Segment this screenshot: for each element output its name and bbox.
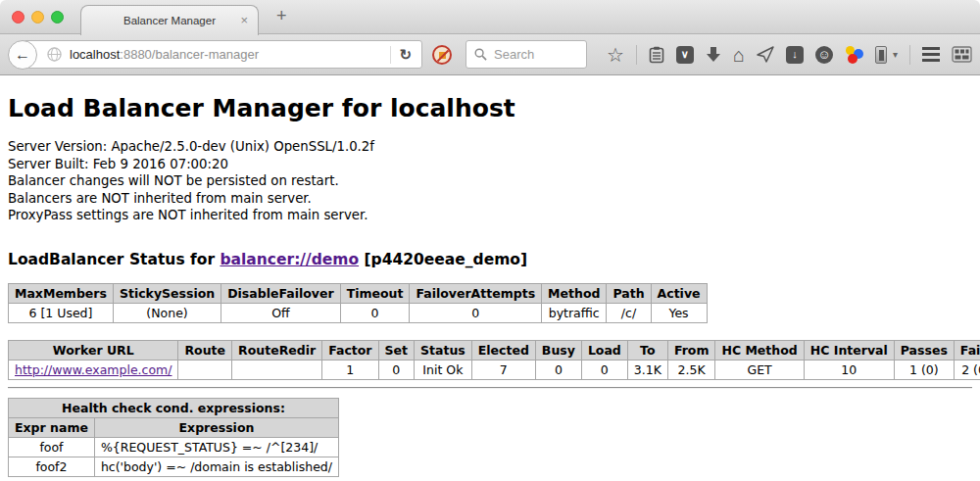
health-data-row: foof2 hc('body') =~ /domain is establish… [9, 457, 339, 476]
table-cell: Off [221, 303, 340, 322]
column-header: Load [581, 340, 627, 360]
expression-cell: hc('body') =~ /domain is established/ [94, 457, 338, 476]
expr-name-cell: foof [9, 437, 95, 457]
health-table-title: Health check cond. expressions: [9, 398, 339, 417]
worker-data-row: http://www.example.com/ 1 0 Init Ok 7 0 … [9, 360, 980, 379]
table-cell: 2 (0) [954, 360, 980, 379]
tab-balancer-manager[interactable]: Balancer Manager × [80, 5, 259, 35]
clipboard-icon[interactable] [649, 46, 664, 64]
pocket-chevron-icon: ∨ [681, 49, 689, 60]
column-header: Set [378, 340, 414, 360]
url-text: localhost:8880/balancer-manager [70, 47, 386, 62]
downloads-icon[interactable] [706, 46, 721, 63]
table-cell: 1 (0) [894, 360, 954, 379]
grid-icon[interactable] [952, 46, 972, 63]
column-header: Worker URL [9, 340, 178, 360]
table-cell: 0 [581, 360, 627, 379]
column-header: Status [415, 340, 472, 360]
balancer-header-row: MaxMembers StickySession DisableFailover… [9, 283, 708, 303]
status-heading-suffix: [p4420eeae_demo] [359, 251, 527, 268]
download-manager-icon[interactable]: ↓ [786, 46, 804, 64]
address-bar[interactable]: localhost:8880/balancer-manager ↻ [23, 40, 422, 69]
server-info: Server Version: Apache/2.5.0-dev (Unix) … [8, 138, 972, 224]
column-header: MaxMembers [9, 283, 114, 303]
zoom-window-button[interactable] [51, 11, 64, 24]
url-path: :8880/balancer-manager [120, 47, 259, 62]
plugin-slash-icon [433, 47, 451, 64]
table-cell: 6 [1 Used] [9, 303, 114, 322]
search-input[interactable]: Search [466, 40, 587, 69]
back-button[interactable]: ← [8, 40, 37, 70]
feedback-smiley-icon[interactable]: ☺ [815, 46, 833, 64]
column-header: Expression [94, 417, 338, 437]
url-domain: localhost [70, 47, 120, 62]
tab-title: Balancer Manager [123, 15, 216, 26]
column-header: From [667, 340, 715, 360]
download-arrow-icon: ↓ [792, 49, 798, 60]
table-cell: 0 [410, 303, 542, 322]
server-version-line: Server Version: Apache/2.5.0-dev (Unix) … [8, 138, 972, 156]
proxypass-notice-line: ProxyPass settings are NOT inherited fro… [8, 207, 972, 224]
red-dot-icon [848, 54, 858, 64]
worker-table: Worker URL Route RouteRedir Factor Set S… [8, 340, 980, 380]
send-plane-icon[interactable] [757, 46, 774, 63]
persist-notice-line: Balancer changes will NOT be persisted o… [8, 172, 972, 190]
column-header: Method [542, 283, 607, 303]
table-cell: (None) [113, 303, 220, 322]
toolbar-icon-cluster: ☆ ∨ ⌂ ↓ ☺ ▾ [607, 45, 972, 65]
toolbar-divider [636, 45, 637, 65]
column-header: Passes [894, 340, 954, 360]
column-header: Factor [322, 340, 378, 360]
colored-dots-extension-icon[interactable] [845, 45, 863, 64]
home-icon[interactable]: ⌂ [733, 46, 745, 64]
close-window-button[interactable] [12, 11, 24, 24]
search-placeholder: Search [494, 47, 534, 62]
column-header: Elected [471, 340, 535, 360]
column-header: To [627, 340, 667, 360]
globe-icon [47, 47, 62, 62]
expression-cell: %{REQUEST_STATUS} =~ /^[234]/ [94, 437, 338, 457]
health-data-row: foof %{REQUEST_STATUS} =~ /^[234]/ [9, 437, 339, 457]
page-title: Load Balancer Manager for localhost [8, 75, 972, 122]
table-cell [178, 360, 232, 379]
plugin-blocked-icon[interactable] [432, 45, 452, 65]
column-header: Path [607, 283, 651, 303]
health-title-row: Health check cond. expressions: [9, 398, 339, 417]
reload-button[interactable]: ↻ [395, 46, 416, 64]
bookmark-star-icon[interactable]: ☆ [607, 46, 624, 64]
balancer-demo-link[interactable]: balancer://demo [220, 251, 359, 268]
balancer-table: MaxMembers StickySession DisableFailover… [8, 283, 708, 323]
health-check-table: Health check cond. expressions: Expr nam… [8, 398, 339, 477]
table-cell: 7 [471, 360, 535, 379]
window-titlebar: Balancer Manager × + [0, 0, 980, 34]
url-group: ← localhost:8880/balancer-manager ↻ [8, 40, 422, 69]
search-icon [474, 48, 487, 61]
balancer-data-row: 6 [1 Used] (None) Off 0 0 bytraffic /c/ … [9, 303, 708, 322]
pocket-icon[interactable]: ∨ [676, 46, 694, 64]
menu-icon[interactable] [922, 47, 940, 62]
column-header: Active [651, 283, 707, 303]
worker-header-row: Worker URL Route RouteRedir Factor Set S… [9, 340, 980, 360]
battery-extension-icon[interactable] [875, 46, 887, 64]
expr-name-cell: foof2 [9, 457, 95, 476]
table-cell: 0 [340, 303, 410, 322]
column-header: Expr name [9, 417, 95, 437]
table-cell: GET [715, 360, 804, 379]
table-cell: Init Ok [415, 360, 472, 379]
table-cell: Yes [651, 303, 707, 322]
table-cell [232, 360, 322, 379]
table-cell: 2.5K [667, 360, 715, 379]
navigation-toolbar: ← localhost:8880/balancer-manager ↻ Sear… [0, 34, 980, 75]
toolbar-divider [909, 45, 910, 65]
chevron-down-icon[interactable]: ▾ [893, 49, 898, 60]
column-header: HC Method [715, 340, 804, 360]
table-cell: 1 [322, 360, 378, 379]
new-tab-button[interactable]: + [276, 6, 287, 26]
page-content: Load Balancer Manager for localhost Serv… [0, 75, 980, 481]
worker-url-link[interactable]: http://www.example.com/ [15, 362, 172, 377]
column-header: Busy [535, 340, 581, 360]
minimize-window-button[interactable] [31, 11, 44, 24]
table-cell: 10 [804, 360, 894, 379]
close-tab-icon[interactable]: × [240, 14, 248, 26]
column-header: Route [178, 340, 232, 360]
